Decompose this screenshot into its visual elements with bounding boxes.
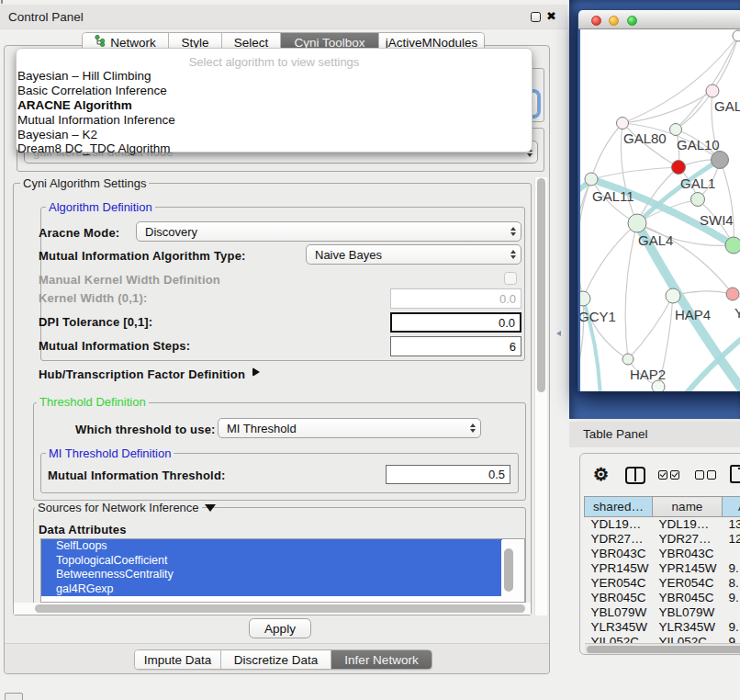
- table-row[interactable]: YDL19…YDL19…13: [585, 517, 740, 532]
- table-cell: 9.: [723, 591, 740, 605]
- table-row[interactable]: YBL079WYBL079W: [585, 605, 740, 620]
- gear-icon[interactable]: ⚙: [593, 466, 609, 483]
- network-node-gal11[interactable]: [585, 173, 598, 186]
- control-panel-titlebar: Control Panel ✖: [0, 5, 567, 29]
- table-cell: 8.: [723, 576, 740, 591]
- node-label-gal10: GAL10: [677, 137, 720, 152]
- mi-type-combobox[interactable]: Naive Bayes: [306, 244, 521, 265]
- data-attributes-list[interactable]: SelfLoopsTopologicalCoefficientBetweenne…: [40, 538, 525, 603]
- cyni-settings-title: Cyni Algorithm Settings: [20, 176, 149, 190]
- table-row[interactable]: YBR043CYBR043C: [585, 547, 740, 561]
- settings-hscrollbar-thumb[interactable]: [35, 604, 525, 613]
- expand-arrow-icon[interactable]: [252, 367, 260, 377]
- bottom-tab-infer-network[interactable]: Infer Network: [331, 650, 432, 669]
- collapse-arrow-icon[interactable]: [205, 504, 216, 512]
- deselect-all-icon[interactable]: [695, 470, 716, 480]
- cyni-bottom-tabs: Impute DataDiscretize DataInfer Network: [134, 649, 432, 670]
- kernel-width-field[interactable]: 0.0: [390, 288, 521, 309]
- close-traffic-light-icon[interactable]: [591, 16, 601, 26]
- popup-item[interactable]: Bayesian – K2: [17, 128, 532, 142]
- mi-steps-label: Mutual Information Steps:: [39, 339, 190, 353]
- popup-item[interactable]: Dream8 DC_TDC Algorithm: [17, 141, 532, 156]
- table-cell: YBR043C: [585, 547, 653, 561]
- bottom-tab-label: Impute Data: [144, 653, 212, 667]
- minimize-traffic-light-icon[interactable]: [609, 16, 619, 26]
- popup-item[interactable]: ARACNE Algorithm: [17, 98, 532, 113]
- table-cell: YBL079W: [585, 605, 653, 620]
- table-row[interactable]: YER054CYER054C8.: [585, 576, 740, 591]
- network-edge[interactable]: [622, 91, 712, 123]
- close-icon[interactable]: ✖: [546, 9, 556, 23]
- splitter-collapse-icon[interactable]: [556, 331, 561, 336]
- mi-threshold-field[interactable]: 0.5: [386, 465, 510, 484]
- attribute-list-item[interactable]: TopologicalCoefficient: [41, 554, 502, 569]
- table-row[interactable]: YBR045CYBR045C9.: [585, 591, 740, 605]
- which-threshold-combobox[interactable]: MI Threshold: [218, 418, 481, 438]
- mini-corner-button[interactable]: [5, 693, 23, 700]
- mi-threshold-group-title: MI Threshold Definition: [46, 446, 174, 460]
- network-node-ntop[interactable]: [733, 30, 740, 41]
- node-label-salmon: YJ: [734, 305, 740, 321]
- network-node-gal80[interactable]: [617, 118, 629, 130]
- table-cell: YER054C: [653, 576, 723, 591]
- table-row[interactable]: YLR345WYLR345W9.: [585, 620, 740, 635]
- node-label-hap4: HAP4: [675, 307, 711, 322]
- attribute-list-item[interactable]: BetweennessCentrality: [41, 568, 502, 582]
- table-cell: YDR27…: [585, 532, 653, 547]
- select-all-icon[interactable]: [658, 470, 679, 480]
- popup-item[interactable]: Basic Correlation Inference: [17, 84, 532, 98]
- settings-vscrollbar-thumb[interactable]: [537, 178, 545, 392]
- attribute-list-item[interactable]: gal4RGexp: [41, 582, 502, 597]
- network-node-gal7[interactable]: [706, 85, 719, 97]
- network-node-gal10[interactable]: [670, 124, 682, 136]
- float-window-icon[interactable]: [531, 12, 541, 22]
- split-columns-icon[interactable]: [625, 467, 645, 484]
- network-node-salmon[interactable]: [726, 288, 739, 300]
- popup-item[interactable]: Mutual Information Inference: [17, 113, 532, 128]
- table-hscrollbar-track[interactable]: [585, 643, 740, 654]
- table-cell: YBR045C: [585, 591, 653, 605]
- network-node-gal4[interactable]: [628, 214, 646, 232]
- table-cell: [723, 547, 740, 561]
- network-node-biggreen[interactable]: [725, 237, 740, 254]
- bottom-tab-discretize-data[interactable]: Discretize Data: [221, 650, 331, 669]
- network-canvas[interactable]: GAL7GAL80GAL10GAL1GAL11SWI4GAL4GCY1HAP4Y…: [580, 29, 740, 391]
- page-icon[interactable]: [730, 465, 740, 483]
- attributes-scrollbar-thumb[interactable]: [504, 548, 513, 592]
- network-node-gray10[interactable]: [712, 152, 729, 169]
- network-node-gcy1[interactable]: [580, 291, 590, 306]
- mi-steps-field[interactable]: 6: [390, 336, 521, 356]
- network-edge[interactable]: [591, 167, 678, 179]
- apply-button[interactable]: Apply: [249, 618, 311, 638]
- network-node-hap2[interactable]: [622, 354, 633, 365]
- network-node-red1[interactable]: [672, 161, 686, 175]
- network-node-hap4[interactable]: [666, 288, 680, 303]
- which-threshold-label: Which threshold to use:: [75, 423, 216, 436]
- network-node-swi4[interactable]: [691, 193, 705, 207]
- network-edge[interactable]: [625, 223, 637, 359]
- network-window-titlebar[interactable]: [578, 10, 740, 29]
- table-hscrollbar-thumb[interactable]: [587, 646, 740, 653]
- table-cell: 9.: [723, 620, 740, 635]
- column-header-2[interactable]: name: [653, 497, 723, 517]
- kernel-width-value: 0.0: [499, 292, 516, 306]
- column-header-3[interactable]: A: [723, 497, 740, 517]
- zoom-traffic-light-icon[interactable]: [627, 16, 637, 26]
- network-edge[interactable]: [580, 179, 591, 299]
- bottom-tab-label: Discretize Data: [234, 653, 319, 667]
- column-header-1[interactable]: shared…: [585, 497, 653, 517]
- table-row[interactable]: YDR27…YDR27…12: [585, 532, 740, 547]
- network-edge[interactable]: [591, 123, 622, 179]
- bottom-tab-impute-data[interactable]: Impute Data: [135, 650, 221, 669]
- attribute-list-item[interactable]: SelfLoops: [41, 539, 502, 554]
- combo-arrows-icon: [510, 245, 516, 264]
- popup-item[interactable]: Bayesian – Hill Climbing: [17, 69, 532, 84]
- table-cell: YBL079W: [653, 605, 723, 620]
- table-row[interactable]: YPR145WYPR145W9.: [585, 561, 740, 576]
- hub-definition-label: Hub/Transcription Factor Definition: [39, 367, 245, 381]
- node-label-hap2: HAP2: [630, 367, 666, 382]
- dpi-tolerance-field[interactable]: 0.0: [390, 312, 521, 333]
- aracne-mode-combobox[interactable]: Discovery: [136, 221, 521, 242]
- manual-kernel-checkbox[interactable]: [504, 272, 517, 285]
- network-edge[interactable]: [676, 36, 738, 130]
